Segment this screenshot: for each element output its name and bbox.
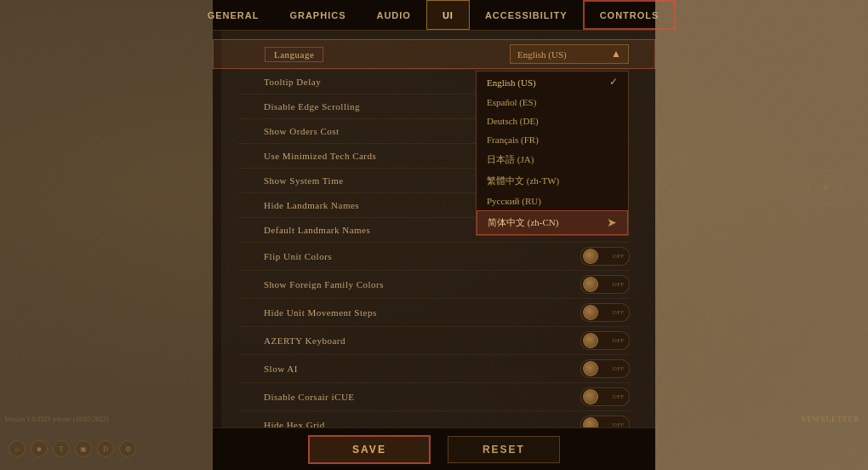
- language-selected-value: English (US): [517, 49, 567, 60]
- disable-edge-scrolling-label: Disable Edge Scrolling: [264, 101, 360, 112]
- version-text: Version 1.0.9329 release (10/05/2022): [4, 416, 108, 423]
- language-selector[interactable]: English (US) ▲: [510, 44, 629, 64]
- tab-general[interactable]: GENERAL: [192, 0, 275, 30]
- toggle-off-label: OFF: [613, 393, 625, 400]
- flip-unit-colors-toggle[interactable]: OFF: [580, 247, 630, 266]
- hide-unit-movement-steps-toggle[interactable]: OFF: [580, 303, 630, 322]
- hide-hex-grid-label: Hide Hex Grid: [264, 420, 325, 427]
- default-landmark-names-label: Default Landmark Names: [264, 225, 370, 235]
- azerty-keyboard-toggle[interactable]: OFF: [580, 331, 630, 350]
- hide-landmark-names-label: Hide Landmark Names: [264, 200, 359, 210]
- toggle-knob: [583, 305, 598, 320]
- lang-option-label: Русский (RU): [487, 196, 541, 206]
- flip-unit-colors-row: Flip Unit Colors OFF: [213, 243, 655, 270]
- settings-content: Language English (US) ▲ English (US) ✓ E…: [213, 31, 655, 427]
- toggle-off-label: OFF: [613, 281, 625, 288]
- toggle-off-label: OFF: [613, 253, 625, 260]
- language-setting-row: Language English (US) ▲ English (US) ✓ E…: [213, 39, 655, 69]
- lang-option-label: Français (FR): [487, 135, 539, 145]
- lang-option-label: Español (ES): [487, 97, 536, 107]
- flip-unit-colors-label: Flip Unit Colors: [264, 251, 332, 261]
- tab-graphics[interactable]: GRAPHICS: [274, 0, 361, 30]
- status-icon-user[interactable]: ☻: [31, 440, 48, 457]
- newsletter-text: NEWSLETTER: [801, 415, 859, 423]
- status-bar: ⌂ ☻ T ▣ D ⚙: [0, 427, 213, 470]
- disable-corsair-icue-toggle[interactable]: OFF: [580, 387, 630, 406]
- checkmark-icon: ✓: [609, 76, 618, 89]
- hide-hex-grid-toggle[interactable]: OFF: [580, 416, 630, 427]
- lang-option-label: 简体中文 (zh-CN): [488, 216, 558, 229]
- reset-button[interactable]: RESET: [448, 436, 560, 463]
- left-panel: [0, 0, 221, 470]
- toggle-off-label: OFF: [613, 309, 625, 316]
- tab-controls[interactable]: CONTROLS: [583, 0, 677, 30]
- language-label: Language: [265, 47, 323, 62]
- toggle-knob: [583, 277, 598, 292]
- dropdown-item-japanese[interactable]: 日本語 (JA): [477, 149, 628, 170]
- status-icon-twitch[interactable]: T: [53, 440, 70, 457]
- status-icon-tv[interactable]: ▣: [75, 440, 92, 457]
- dropdown-item-deutsch[interactable]: Deutsch (DE): [477, 112, 628, 130]
- slow-ai-label: Slow AI: [264, 364, 298, 374]
- azerty-keyboard-label: AZERTY Keyboard: [264, 335, 345, 346]
- toggle-off-label: OFF: [613, 365, 625, 372]
- compass-icon: ✦: [808, 170, 842, 204]
- show-foreign-family-colors-label: Show Foreign Family Colors: [264, 279, 384, 289]
- lang-option-label: 繁體中文 (zh-TW): [487, 175, 559, 187]
- status-icon-home[interactable]: ⌂: [9, 440, 26, 457]
- save-button[interactable]: SAVE: [308, 435, 431, 464]
- dropdown-item-francais[interactable]: Français (FR): [477, 130, 628, 149]
- azerty-keyboard-row: AZERTY Keyboard OFF: [213, 327, 655, 354]
- dropdown-arrow-icon: ▲: [611, 48, 621, 60]
- slow-ai-toggle[interactable]: OFF: [580, 359, 630, 378]
- language-dropdown: English (US) ✓ Español (ES) Deutsch (DE)…: [476, 71, 629, 236]
- toggle-knob: [583, 333, 598, 348]
- right-panel: ✦: [655, 0, 868, 470]
- toggle-knob: [583, 389, 598, 404]
- status-icon-discord[interactable]: D: [97, 440, 114, 457]
- dropdown-item-traditional-chinese[interactable]: 繁體中文 (zh-TW): [477, 170, 628, 192]
- tab-ui[interactable]: UI: [426, 0, 470, 30]
- slow-ai-row: Slow AI OFF: [213, 355, 655, 382]
- status-icon-settings[interactable]: ⚙: [119, 440, 136, 457]
- lang-option-label: Deutsch (DE): [487, 116, 539, 126]
- disable-corsair-icue-label: Disable Corsair iCUE: [264, 392, 355, 402]
- show-foreign-family-colors-row: Show Foreign Family Colors OFF: [213, 271, 655, 298]
- lang-option-label: 日本語 (JA): [487, 153, 534, 166]
- dropdown-item-espanol[interactable]: Español (ES): [477, 93, 628, 112]
- toggle-off-label: OFF: [613, 337, 625, 344]
- tab-audio[interactable]: AUDIO: [361, 0, 425, 30]
- toggle-knob: [583, 249, 598, 264]
- dropdown-item-russian[interactable]: Русский (RU): [477, 192, 628, 210]
- lang-option-label: English (US): [487, 77, 536, 88]
- nav-bar: GENERAL GRAPHICS AUDIO UI ACCESSIBILITY …: [213, 0, 655, 31]
- tooltip-delay-label: Tooltip Delay: [264, 77, 321, 87]
- hide-unit-movement-steps-row: Hide Unit Movement Steps OFF: [213, 299, 655, 326]
- show-orders-cost-label: Show Orders Cost: [264, 126, 340, 136]
- tab-accessibility[interactable]: ACCESSIBILITY: [470, 0, 583, 30]
- hide-hex-grid-row: Hide Hex Grid OFF: [213, 411, 655, 427]
- dropdown-item-simplified-chinese[interactable]: 简体中文 (zh-CN) ➤: [477, 210, 628, 235]
- toggle-knob: [583, 361, 598, 376]
- hide-unit-movement-steps-label: Hide Unit Movement Steps: [264, 307, 377, 318]
- disable-corsair-icue-row: Disable Corsair iCUE OFF: [213, 383, 655, 410]
- cursor-arrow-icon: ➤: [607, 215, 617, 230]
- show-foreign-family-colors-toggle[interactable]: OFF: [580, 275, 630, 294]
- dropdown-item-english-us[interactable]: English (US) ✓: [477, 72, 628, 93]
- toggle-off-label: OFF: [613, 421, 625, 427]
- toggle-knob: [583, 417, 598, 427]
- bottom-bar: SAVE RESET: [213, 427, 655, 470]
- minimized-tech-cards-label: Use Minimized Tech Cards: [264, 151, 376, 161]
- show-system-time-label: Show System Time: [264, 175, 344, 186]
